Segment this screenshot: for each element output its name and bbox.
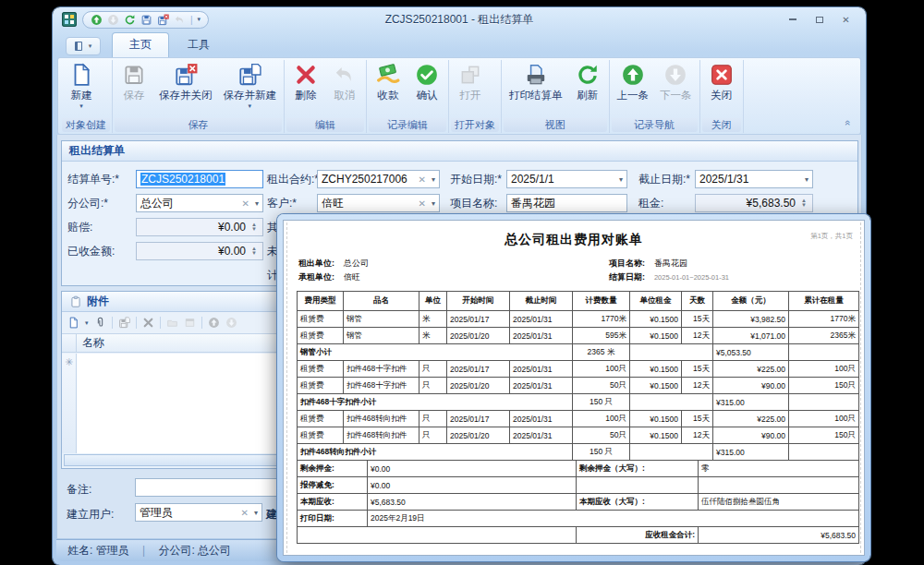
tab-tools[interactable]: 工具 [171, 33, 226, 57]
lessee-value: 倍旺 [344, 272, 360, 282]
tab-home[interactable]: 主页 [112, 32, 169, 57]
report-cell: ¥225.00 [713, 411, 789, 427]
clear-icon[interactable]: ✕ [417, 198, 428, 209]
ribbon-group-label: 视图 [504, 118, 607, 132]
report-preview-window: 第1页，共1页 总公司租出费用对账单 租出单位:总公司 承租单位:倍旺 项目名称… [277, 214, 870, 561]
close-window-button[interactable]: ✕ [833, 13, 858, 27]
report-cell: 米 [419, 311, 447, 328]
toolbar-separator [201, 317, 202, 329]
spinner-icon[interactable]: ▲▼ [249, 222, 259, 232]
report-cell: 钢管小计 [298, 344, 573, 361]
new-document-icon [69, 63, 93, 87]
settlement-no-input[interactable]: ZCJS250218001 [136, 170, 263, 188]
report-page: 第1页，共1页 总公司租出费用对账单 租出单位:总公司 承租单位:倍旺 项目名称… [283, 220, 865, 556]
customer-label: 客户:* [267, 194, 297, 212]
customer-select[interactable]: 倍旺 ✕ ▾ [317, 194, 440, 212]
end-date-picker[interactable]: 2025/1/31 ▾ [695, 170, 813, 188]
report-summary-cell: 2025年2月19日 [368, 511, 859, 527]
ribbon-button-label: 取消 [334, 89, 356, 102]
report-cell: 1770米 [573, 311, 630, 328]
report-cell: 2025/01/31 [510, 427, 573, 444]
clear-icon[interactable]: ✕ [417, 174, 428, 185]
ribbon-group-4: 打开打开对象 [449, 60, 502, 133]
chevron-down-icon[interactable]: ▾ [254, 509, 258, 517]
period-value: 2025-01-01~2025-01-31 [654, 273, 729, 282]
titlebar[interactable]: | ▾ ZCJS250218001 - 租出结算单 ✕ [56, 7, 862, 31]
delete-icon [142, 317, 154, 329]
confirm-button[interactable]: 确认 [407, 60, 446, 117]
report-cell: 2025/01/31 [510, 328, 573, 344]
creator-label: 建立用户: [67, 505, 114, 523]
report-cell: 钢管 [344, 311, 419, 328]
report-cell: ¥315.00 [713, 444, 789, 461]
received-input[interactable]: ¥0.00 ▲▼ [136, 242, 263, 260]
report-cell: 150只 [789, 378, 859, 394]
delete-button[interactable]: 删除 [286, 60, 325, 117]
compensation-input[interactable]: ¥0.00 ▲▼ [136, 218, 263, 236]
save-button: 保存 [115, 60, 153, 117]
ribbon-group-2: 删除取消编辑 [285, 60, 367, 133]
report-cell: 扣件468转向扣件 [344, 427, 419, 444]
report-cell: 只 [419, 411, 447, 427]
report-cell: 租赁费 [298, 411, 344, 427]
report-summary-cell: 打印日期: [298, 511, 368, 527]
ribbon-group-6: 上一条下一条记录导航 [610, 60, 700, 133]
report-cell [630, 344, 713, 361]
report-row: 租赁费钢管米2025/01/172025/01/311770米¥0.150015… [298, 311, 859, 328]
creator-select[interactable]: 管理员 ✕ ▾ [135, 503, 262, 522]
report-cell: ¥1,071.00 [713, 328, 789, 344]
ribbon-group-3: 收款确认记录编辑 [367, 60, 449, 133]
ribbon: 新建▾对象创建保存保存并关闭保存并新建▾保存删除取消编辑收款确认记录编辑打开打开… [57, 57, 861, 135]
spinner-icon[interactable]: ▲▼ [249, 246, 259, 256]
receive-payment-button[interactable]: 收款 [369, 60, 407, 117]
report-cell: ¥0.1500 [630, 378, 682, 394]
total-value: ¥5,683.50 [699, 527, 859, 544]
new-button[interactable]: 新建▾ [62, 60, 101, 117]
minimize-button[interactable] [780, 13, 805, 27]
chevron-down-icon[interactable]: ▾ [432, 175, 435, 184]
new-document-icon[interactable] [67, 317, 79, 329]
previous-record-button[interactable]: 上一条 [612, 60, 655, 117]
ribbon-tab-row: ▾ 主页 工具 [56, 31, 862, 57]
report-column-header: 单位 [419, 292, 447, 311]
paperclip-icon[interactable] [94, 317, 106, 329]
branch-select[interactable]: 总公司 ✕ ▾ [136, 194, 263, 212]
chevron-down-icon[interactable]: ▾ [255, 199, 259, 208]
ribbon-group-label: 关闭 [702, 118, 741, 132]
close-button[interactable]: 关闭 [702, 60, 741, 117]
maximize-button[interactable] [807, 13, 832, 27]
report-cell: 595米 [573, 328, 630, 344]
clear-icon[interactable]: ✕ [240, 198, 251, 209]
report-column-header: 品名 [344, 292, 419, 311]
contract-select[interactable]: ZCHY250217006 ✕ ▾ [317, 170, 440, 188]
report-cell: 15天 [682, 361, 713, 378]
refresh-button[interactable]: 刷新 [568, 60, 607, 117]
chevron-down-icon[interactable]: ▾ [619, 175, 623, 184]
print-settlement-button[interactable]: 打印结算单 [504, 60, 568, 117]
ribbon-group-7: 关闭关闭 [700, 60, 744, 133]
rent-input[interactable]: ¥5,683.50 ▲▼ [695, 194, 813, 212]
start-date-picker[interactable]: 2025/1/1 ▾ [506, 170, 627, 188]
report-cell: 1770米 [789, 311, 859, 328]
project-input[interactable]: 番禺花园 [506, 194, 627, 212]
up-circle-icon [621, 63, 645, 87]
cancel-button: 取消 [325, 60, 364, 117]
report-summary-row: 报停减免:¥0.00 [298, 477, 859, 494]
spinner-icon[interactable]: ▲▼ [799, 198, 808, 208]
report-summary-row: 打印日期:2025年2月19日 [298, 511, 859, 527]
save-close-button[interactable]: 保存并关闭 [153, 60, 218, 117]
save-new-button[interactable]: 保存并新建▾ [218, 60, 283, 117]
report-cell: 2025/01/17 [447, 411, 510, 427]
application-menu-button[interactable]: ▾ [66, 37, 101, 55]
confirm-icon [415, 63, 439, 87]
toolbar-separator [136, 317, 137, 329]
chevron-down-icon[interactable]: ▾ [805, 175, 808, 184]
clear-icon[interactable]: ✕ [239, 508, 250, 518]
collapse-ribbon-icon[interactable]: « [843, 120, 854, 126]
receive-payment-icon [376, 63, 400, 87]
report-cell: ¥90.00 [713, 378, 789, 394]
report-column-header: 单位租金 [630, 292, 682, 311]
row-selector-column [62, 334, 77, 352]
chevron-down-icon[interactable]: ▾ [432, 199, 435, 208]
chevron-down-icon[interactable]: ▾ [85, 319, 89, 327]
